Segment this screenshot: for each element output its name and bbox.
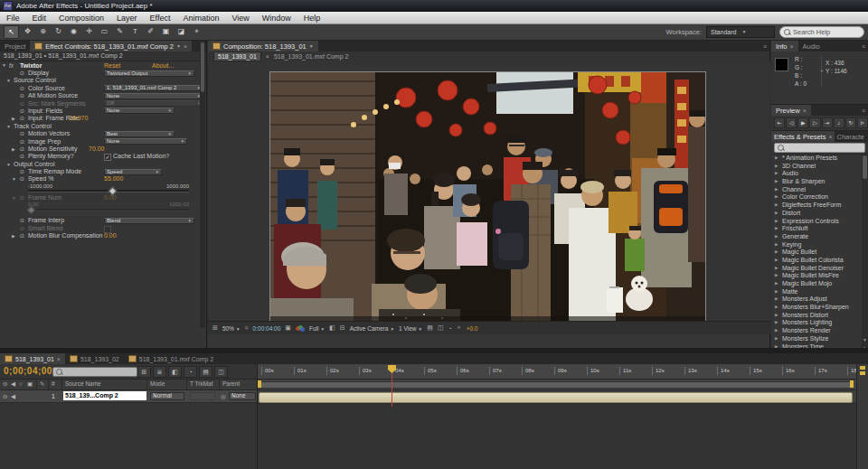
dropdown-motion-vectors[interactable]: Best▼ bbox=[104, 131, 175, 137]
ec-row-smart-blend[interactable]: ʘSmart Blend bbox=[0, 225, 206, 232]
ep-category[interactable]: Monsters Blur+Sharpen bbox=[771, 304, 868, 312]
search-help-input[interactable]: Search Help bbox=[779, 26, 864, 38]
parent-header[interactable]: Parent bbox=[222, 380, 240, 387]
tool-brush[interactable]: ✐ bbox=[144, 25, 157, 37]
ec-row-input-fields[interactable]: ʘInput: FieldsNone▼ bbox=[0, 108, 206, 115]
ep-category[interactable]: Monsters Render bbox=[771, 327, 868, 335]
tool-type[interactable]: T bbox=[128, 25, 142, 37]
motion-blur-icon[interactable]: ▤ bbox=[199, 366, 212, 378]
ec-row-display[interactable]: ʘDisplayTwixtored Output▼ bbox=[0, 70, 206, 77]
timeline-scrollbar-column[interactable] bbox=[856, 364, 868, 469]
chevron-down-icon[interactable]: ▼ bbox=[309, 43, 314, 49]
value-frame-num[interactable]: 0.00 bbox=[104, 194, 117, 202]
tool-pan-behind[interactable]: ✛ bbox=[82, 25, 96, 37]
close-icon[interactable]: × bbox=[57, 356, 61, 362]
ec-row-source-control[interactable]: ▼Source Control bbox=[0, 77, 206, 84]
ec-row-slider[interactable]: 0.001000.00 bbox=[0, 202, 206, 212]
to-end-button[interactable]: ⇥ bbox=[822, 117, 833, 128]
ec-row-output-control[interactable]: ▼Output Control bbox=[0, 161, 206, 168]
exposure-value[interactable]: +0.0 bbox=[467, 325, 478, 332]
ec-row-color-source[interactable]: ʘColor Source1. 518_1393_01.mxf Comp 2▼ bbox=[0, 85, 206, 92]
tab-audio[interactable]: Audio bbox=[798, 41, 825, 52]
comp-timecode[interactable]: 0:00:04:00 bbox=[253, 325, 281, 332]
about-link[interactable]: About... bbox=[152, 61, 174, 70]
composition-mini-flowchart-icon[interactable]: ⊞ bbox=[137, 366, 151, 378]
work-area-end-handle[interactable] bbox=[850, 380, 854, 388]
timeline-button-icon[interactable]: ◔ bbox=[448, 325, 452, 332]
menu-help[interactable]: Help bbox=[297, 14, 327, 23]
ep-category[interactable]: Distort bbox=[771, 210, 868, 218]
ec-row-plenty-memory-[interactable]: ʘPlenty Memory?✓Cache Last Motion? bbox=[0, 153, 206, 160]
tab-preview[interactable]: Preview× bbox=[771, 105, 811, 116]
dropdown-input-fields[interactable]: None▼ bbox=[104, 108, 175, 114]
region-of-interest-icon[interactable]: ⊞ bbox=[212, 324, 218, 332]
composition-viewer[interactable]: ⊞ 50% ▼ ⌗ 0:00:04:00 ▣ Full ▼ ◧ ⊟ Active… bbox=[208, 61, 770, 334]
current-timecode[interactable]: 0;00;04;00 bbox=[4, 366, 52, 376]
ep-category[interactable]: Monsters Adjust bbox=[771, 295, 868, 304]
ep-category[interactable]: Digieffects FreeForm bbox=[771, 202, 868, 210]
ep-category[interactable]: Magic Bullet bbox=[771, 249, 868, 257]
tab-character[interactable]: Characte bbox=[835, 131, 865, 142]
dropdown-alt-motion-source[interactable]: None▼ bbox=[104, 93, 203, 99]
dropdown-image-prep[interactable]: None▼ bbox=[104, 138, 187, 145]
audio-button[interactable]: ♪ bbox=[834, 117, 844, 128]
viewer-tab-1[interactable]: 518_1393_01 bbox=[213, 52, 261, 61]
menu-edit[interactable]: Edit bbox=[26, 14, 53, 23]
ec-row-frame-interp[interactable]: ʘFrame InterpBlend▼ bbox=[0, 217, 206, 224]
draft-3d-icon[interactable]: ≣ bbox=[153, 366, 166, 378]
tool-unified-camera[interactable]: ◉ bbox=[67, 25, 80, 37]
menu-animation[interactable]: Animation bbox=[176, 14, 225, 23]
panel-menu-icon[interactable]: ≡ bbox=[862, 41, 868, 52]
region-icon[interactable]: ◧ bbox=[329, 324, 335, 332]
hide-shy-layers-icon[interactable]: ◧ bbox=[168, 366, 182, 378]
value-motion-sensitivity[interactable]: 70.00 bbox=[89, 145, 105, 153]
magnification-dropdown[interactable]: 50% ▼ bbox=[222, 325, 241, 332]
tool-hand[interactable]: ✥ bbox=[21, 25, 34, 37]
dropdown-color-source[interactable]: 1. 518_1393_01.mxf Comp 2▼ bbox=[104, 85, 203, 91]
menu-layer[interactable]: Layer bbox=[110, 14, 144, 23]
dropdown-display[interactable]: Twixtored Output▼ bbox=[104, 70, 194, 77]
layer-visibility-icon[interactable]: ⊙ bbox=[3, 393, 7, 400]
close-icon[interactable]: × bbox=[828, 134, 832, 140]
timeline-tab-2[interactable]: 518_1393_02 bbox=[65, 353, 124, 364]
tool-zoom[interactable]: ⊕ bbox=[36, 25, 50, 37]
fast-previews-icon[interactable]: ◫ bbox=[438, 324, 444, 332]
tool-eraser[interactable]: ◪ bbox=[175, 25, 188, 37]
to-start-button[interactable]: ⇤ bbox=[774, 117, 785, 128]
ep-category[interactable]: Monsters Lighting bbox=[771, 319, 868, 327]
timeline-tab-3[interactable]: 518_1393_01.mxf Comp 2 bbox=[124, 353, 219, 364]
panel-menu-icon[interactable]: ≡ bbox=[862, 105, 868, 116]
safe-margins-icon[interactable]: ⌗ bbox=[245, 324, 249, 332]
ep-category[interactable]: Magic Bullet MisFire bbox=[771, 272, 868, 280]
ep-category[interactable]: Magic Bullet Denoiser bbox=[771, 265, 868, 273]
blend-mode-dropdown[interactable]: Normal▼ bbox=[150, 392, 184, 400]
ep-category[interactable]: Keying bbox=[771, 241, 868, 249]
layer-row[interactable]: ⊙ ◀ 1 518_139...Comp 2 Normal▼ ◎ None▼ bbox=[0, 390, 257, 403]
ep-category[interactable]: Blur & Sharpen bbox=[771, 178, 868, 186]
snapshot-icon[interactable]: ▣ bbox=[285, 324, 291, 332]
ec-row-image-prep[interactable]: ʘImage PrepNone▼ bbox=[0, 138, 206, 145]
trkmat-header[interactable]: T TrkMat bbox=[190, 380, 213, 387]
layer-duration-bar[interactable] bbox=[259, 392, 853, 403]
view-layout-dropdown[interactable]: 1 View ▼ bbox=[399, 325, 422, 332]
ec-row-src-mark-segments[interactable]: ʘSrc: Mark SegmentsOff▼ bbox=[0, 100, 206, 108]
dropdown-src-mark-segments[interactable]: Off▼ bbox=[104, 100, 203, 107]
play-button[interactable]: ▶ bbox=[797, 117, 808, 128]
parent-pickwhip-icon[interactable]: ◎ bbox=[221, 393, 226, 400]
viewer-tab-2[interactable]: 518_1393_01.mxf Comp 2 bbox=[274, 53, 349, 60]
timeline-tab-1[interactable]: 518_1393_01× bbox=[0, 353, 65, 364]
ep-category[interactable]: Generate bbox=[771, 233, 868, 241]
layer-audio-icon[interactable]: ◀ bbox=[11, 393, 15, 400]
tool-selection[interactable]: ↖ bbox=[4, 25, 19, 39]
dropdown-frame-interp[interactable]: Blend▼ bbox=[104, 218, 194, 224]
grid-guides-icon[interactable]: ⊟ bbox=[340, 324, 345, 332]
tool-rectangle[interactable]: ▭ bbox=[98, 25, 111, 37]
ep-category[interactable]: Matte bbox=[771, 288, 868, 296]
menu-effect[interactable]: Effect bbox=[144, 14, 177, 23]
tab-composition[interactable]: Composition: 518_1393_01 ▼ bbox=[208, 41, 318, 52]
close-icon[interactable]: × bbox=[790, 43, 794, 50]
workspace-dropdown[interactable]: Standard ▼ bbox=[706, 26, 775, 38]
frame-back-button[interactable]: ◁ bbox=[786, 117, 797, 128]
ep-category[interactable]: Frischluft bbox=[771, 225, 868, 233]
close-icon[interactable]: × bbox=[266, 53, 269, 60]
